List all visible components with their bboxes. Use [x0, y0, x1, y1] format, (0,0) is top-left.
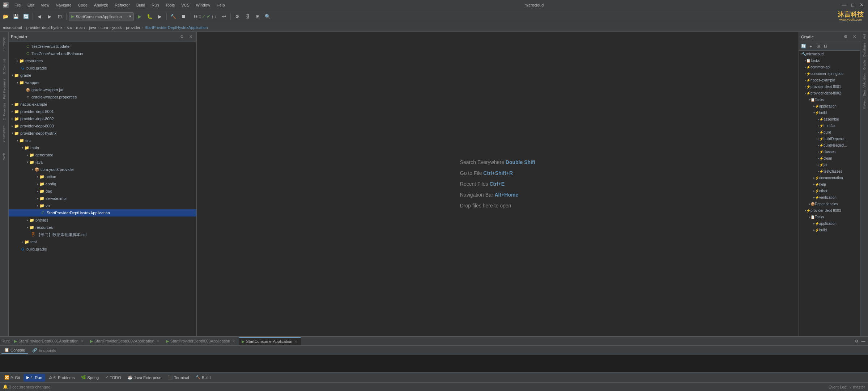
- vcs-btn[interactable]: Git: ✓ ✔ ↑ ↓: [192, 12, 218, 21]
- menu-item-refactor[interactable]: Refactor: [112, 2, 133, 8]
- stop-btn[interactable]: ⏹: [179, 12, 188, 21]
- tree-item-27[interactable]: 🗄【部门】数据库创建脚本.sql: [9, 231, 196, 238]
- gradle-item-20[interactable]: ▸ ⚡ documentation: [799, 175, 860, 181]
- right-strip-database[interactable]: Database: [862, 41, 867, 58]
- tree-item-7[interactable]: 📦gradle-wrapper.jar: [9, 86, 196, 93]
- db-btn[interactable]: 🗄: [243, 12, 252, 21]
- layout-btn[interactable]: ⊞: [253, 12, 262, 21]
- gradle-item-2[interactable]: ▸ 📋 Tasks: [799, 57, 860, 64]
- tree-item-12[interactable]: ▸📁provider-dept-8003: [9, 122, 196, 130]
- gradle-item-24[interactable]: ▸ 📦 Dependencies: [799, 201, 860, 207]
- debug-btn[interactable]: 🐛: [145, 12, 154, 21]
- tree-item-21[interactable]: ▸📁dao: [9, 188, 196, 195]
- forward-btn[interactable]: ▶: [45, 12, 54, 21]
- minimize-btn[interactable]: —: [841, 1, 848, 9]
- gradle-item-9[interactable]: ▸ ⚡ application: [799, 103, 860, 109]
- right-strip-maven[interactable]: Maven: [862, 98, 867, 111]
- menu-item-file[interactable]: File: [12, 2, 24, 8]
- gradle-item-17[interactable]: ▸ ⚡ clean: [799, 155, 860, 161]
- menu-item-window[interactable]: Window: [193, 2, 213, 8]
- gradle-item-12[interactable]: ▸ ⚡ bootJar: [799, 122, 860, 129]
- tree-item-22[interactable]: ▸📁service.impl: [9, 195, 196, 202]
- gradle-item-15[interactable]: ▸ ⚡ buildNeeded...: [799, 142, 860, 148]
- menu-item-analyze[interactable]: Analyze: [91, 2, 111, 8]
- gradle-item-3[interactable]: ▸ ⚡ common-api: [799, 64, 860, 70]
- gradle-item-18[interactable]: ▸ ⚡ jar: [799, 161, 860, 168]
- gradle-item-11[interactable]: ▸ ⚡ assemble: [799, 116, 860, 122]
- sidebar-item-pullreq[interactable]: Pull Requests: [1, 78, 8, 100]
- tree-item-10[interactable]: ▸📁provider-dept-8001: [9, 108, 196, 115]
- tree-item-9[interactable]: ▸📁nacos-example: [9, 101, 196, 108]
- panel-settings-btn[interactable]: ⚙: [178, 33, 186, 41]
- menu-item-view[interactable]: View: [38, 2, 52, 8]
- run-tab-8003[interactable]: ▶ StartProviderDept8003Application ✕: [163, 337, 239, 345]
- breadcrumb-item-6[interactable]: yootk: [112, 25, 122, 30]
- endpoints-tab[interactable]: 🔗 Endpoints: [29, 347, 59, 353]
- run-tab-8002[interactable]: ▶ StartProviderDept8002Application ✕: [87, 337, 163, 345]
- run-minimize-btn[interactable]: —: [860, 338, 867, 344]
- tree-item-18[interactable]: ▾📦com.yootk.provider: [9, 166, 196, 173]
- sidebar-item-structure[interactable]: 7: Structure: [1, 123, 8, 145]
- menu-item-build[interactable]: Build: [133, 2, 148, 8]
- run-close-8003[interactable]: ✕: [231, 339, 236, 343]
- gradle-item-10[interactable]: ▾ ⚡ build: [799, 109, 860, 116]
- gradle-item-6[interactable]: ▸ ⚡ provider-dept-8001: [799, 83, 860, 90]
- run-close-8002[interactable]: ✕: [156, 339, 160, 343]
- status-tab-9git[interactable]: 🔀9: Git: [1, 374, 23, 382]
- gradle-item-16[interactable]: ▸ ⚡ classes: [799, 148, 860, 155]
- undo-btn[interactable]: ↩: [220, 12, 228, 21]
- close-btn[interactable]: ✕: [858, 1, 865, 9]
- gradle-item-28[interactable]: ▸ ⚡ build: [799, 227, 860, 233]
- run-config-dropdown[interactable]: ▶ StartConsumerApplication ▾: [69, 12, 134, 21]
- run-close-consumer[interactable]: ✕: [294, 340, 298, 344]
- breadcrumb-item-4[interactable]: java: [89, 25, 96, 30]
- menu-item-navigate[interactable]: Navigate: [53, 2, 74, 8]
- tree-item-26[interactable]: ▸📁resources: [9, 224, 196, 231]
- gradle-item-13[interactable]: ▸ ⚡ build: [799, 129, 860, 135]
- tree-item-23[interactable]: ▸📁vo: [9, 202, 196, 209]
- status-tab-todo[interactable]: ✓TODO: [102, 374, 124, 382]
- tree-item-6[interactable]: ▾📁wrapper: [9, 79, 196, 86]
- sidebar-item-favorites[interactable]: 2: Favorites: [1, 101, 8, 122]
- tree-item-28[interactable]: ▸📁test: [9, 238, 196, 245]
- panel-close-btn[interactable]: ✕: [187, 33, 194, 41]
- breadcrumb-item-7[interactable]: provider: [126, 25, 140, 30]
- save-btn[interactable]: 💾: [12, 12, 20, 21]
- gradle-refresh-btn[interactable]: 🔄: [800, 43, 807, 50]
- tree-item-3[interactable]: ▸📁resources: [9, 57, 196, 64]
- tree-item-15[interactable]: ▾📁main: [9, 144, 196, 151]
- console-tab[interactable]: 📋 Console: [1, 347, 28, 354]
- menu-item-vcs[interactable]: VCS: [178, 2, 192, 8]
- gradle-collapse-btn[interactable]: ⊟: [822, 43, 829, 50]
- gradle-item-27[interactable]: ▸ ⚡ application: [799, 220, 860, 227]
- tree-item-20[interactable]: ▸📁config: [9, 180, 196, 188]
- gradle-item-23[interactable]: ▸ ⚡ verification: [799, 194, 860, 201]
- gradle-add-btn[interactable]: +: [808, 43, 814, 50]
- run-settings-btn[interactable]: ⚙: [854, 338, 860, 344]
- tree-item-4[interactable]: Gbuild.gradle: [9, 64, 196, 72]
- gradle-item-21[interactable]: ▸ ⚡ help: [799, 181, 860, 188]
- breadcrumb-item-5[interactable]: com: [101, 25, 108, 30]
- status-tab-4run[interactable]: ▶4: Run: [24, 374, 45, 382]
- tree-item-1[interactable]: CTestServerListUpdater: [9, 43, 196, 50]
- gradle-expand-btn[interactable]: ⊞: [815, 43, 821, 50]
- tree-item-16[interactable]: ▸📁generated: [9, 151, 196, 159]
- gradle-settings-btn[interactable]: ⚙: [842, 33, 849, 41]
- tree-item-25[interactable]: ▸📁profiles: [9, 216, 196, 224]
- gradle-item-4[interactable]: ▸ ⚡ consumer-springboo: [799, 70, 860, 77]
- gradle-item-7[interactable]: ▾ ⚡ provider-dept-8002: [799, 90, 860, 96]
- breadcrumb-item-0[interactable]: microcloud: [3, 25, 22, 30]
- maximize-btn[interactable]: □: [849, 1, 856, 9]
- breadcrumb-item-8[interactable]: StartProviderDeptHystrixApplication: [145, 25, 208, 30]
- menu-item-tools[interactable]: Tools: [162, 2, 178, 8]
- tree-item-29[interactable]: Gbuild.gradle: [9, 245, 196, 253]
- status-tab-javaenterprise[interactable]: ☕Java Enterprise: [125, 374, 164, 382]
- sidebar-item-project[interactable]: 1: Project: [1, 33, 8, 55]
- settings-btn[interactable]: ⚙: [233, 12, 242, 21]
- menu-item-edit[interactable]: Edit: [25, 2, 37, 8]
- search-everywhere-btn[interactable]: 🔍: [263, 12, 272, 21]
- run-tab-8001[interactable]: ▶ StartProviderDept8001Application ✕: [11, 337, 87, 345]
- gradle-item-19[interactable]: ▸ ⚡ testClasses: [799, 168, 860, 175]
- menu-item-code[interactable]: Code: [75, 2, 90, 8]
- sidebar-item-commit[interactable]: 0: Commit: [1, 56, 8, 77]
